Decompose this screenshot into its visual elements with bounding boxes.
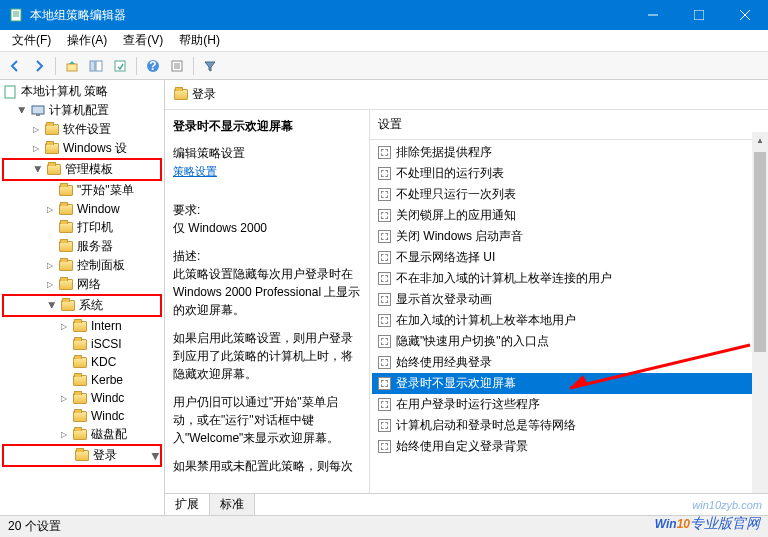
setting-item[interactable]: 不处理旧的运行列表 — [372, 163, 766, 184]
tree-label: 软件设置 — [63, 121, 111, 138]
setting-item[interactable]: 关闭锁屏上的应用通知 — [372, 205, 766, 226]
tree-item[interactable]: Kerbe — [2, 371, 162, 389]
tab-extended[interactable]: 扩展 — [165, 494, 210, 515]
setting-label: 排除凭据提供程序 — [396, 144, 492, 161]
setting-label: 不处理旧的运行列表 — [396, 165, 504, 182]
computer-icon — [30, 104, 46, 118]
tree-label: 网络 — [77, 276, 101, 293]
setting-item[interactable]: 计算机启动和登录时总是等待网络 — [372, 415, 766, 436]
tree-root[interactable]: 本地计算机 策略 — [2, 82, 162, 101]
tree-software-settings[interactable]: ▷ 软件设置 — [2, 120, 162, 139]
tree-label: Windc — [91, 391, 124, 405]
tree-label: 本地计算机 策略 — [21, 83, 108, 100]
tree-computer-config[interactable]: ⯆ 计算机配置 — [2, 101, 162, 120]
setting-label: 显示首次登录动画 — [396, 291, 492, 308]
show-hide-tree-button[interactable] — [85, 55, 107, 77]
tree-item[interactable]: iSCSI — [2, 335, 162, 353]
tree-item[interactable]: Windc — [2, 407, 162, 425]
chevron-right-icon[interactable]: ▷ — [30, 124, 42, 136]
chevron-right-icon[interactable]: ▷ — [58, 429, 70, 441]
setting-item[interactable]: 不处理只运行一次列表 — [372, 184, 766, 205]
tree-printers[interactable]: 打印机 — [2, 218, 162, 237]
tree-windows-components[interactable]: ▷ Window — [2, 200, 162, 218]
svg-rect-10 — [96, 61, 102, 71]
chevron-right-icon[interactable]: ▷ — [30, 143, 42, 155]
setting-item[interactable]: 隐藏"快速用户切换"的入口点 — [372, 331, 766, 352]
tab-standard[interactable]: 标准 — [210, 494, 255, 515]
menu-view[interactable]: 查看(V) — [115, 30, 171, 51]
toolbar: ? — [0, 52, 768, 80]
policy-icon — [376, 187, 392, 203]
setting-item[interactable]: 在用户登录时运行这些程序 — [372, 394, 766, 415]
policy-icon — [376, 208, 392, 224]
back-button[interactable] — [4, 55, 26, 77]
setting-item[interactable]: 不在非加入域的计算机上枚举连接的用户 — [372, 268, 766, 289]
filter-button[interactable] — [199, 55, 221, 77]
menu-help[interactable]: 帮助(H) — [171, 30, 228, 51]
tree-label: Windc — [91, 409, 124, 423]
requirements-value: 仅 Windows 2000 — [173, 219, 361, 237]
setting-item[interactable]: 始终使用经典登录 — [372, 352, 766, 373]
setting-item[interactable]: 不显示网络选择 UI — [372, 247, 766, 268]
policy-icon — [376, 229, 392, 245]
tree-item[interactable]: ▷ Windc — [2, 389, 162, 407]
tree-control-panel[interactable]: ▷ 控制面板 — [2, 256, 162, 275]
tree-panel[interactable]: 本地计算机 策略 ⯆ 计算机配置 ▷ 软件设置 ▷ Windows 设 ⯆ 管理… — [0, 80, 165, 515]
chevron-right-icon[interactable]: ▷ — [44, 203, 56, 215]
setting-item[interactable]: 关闭 Windows 启动声音 — [372, 226, 766, 247]
watermark: win10zyb.com — [692, 499, 762, 511]
tree-item[interactable]: KDC — [2, 353, 162, 371]
close-button[interactable] — [722, 0, 768, 30]
setting-item[interactable]: 始终使用自定义登录背景 — [372, 436, 766, 457]
tree-network[interactable]: ▷ 网络 — [2, 275, 162, 294]
chevron-right-icon[interactable]: ▷ — [44, 279, 56, 291]
chevron-down-icon[interactable]: ⯆ — [46, 300, 58, 312]
menu-action[interactable]: 操作(A) — [59, 30, 115, 51]
menu-file[interactable]: 文件(F) — [4, 30, 59, 51]
minimize-button[interactable] — [630, 0, 676, 30]
setting-item[interactable]: 登录时不显示欢迎屏幕 — [372, 373, 766, 394]
scrollbar-vertical[interactable]: ▲ — [752, 132, 768, 493]
svg-rect-18 — [5, 86, 15, 98]
settings-column-header[interactable]: 设置 — [370, 110, 768, 140]
tree-label: 登录 — [93, 447, 117, 464]
tree-label: 系统 — [79, 297, 103, 314]
forward-button[interactable] — [28, 55, 50, 77]
window-title: 本地组策略编辑器 — [30, 7, 630, 24]
tree-item[interactable]: ▷ 磁盘配 — [2, 425, 162, 444]
menubar: 文件(F) 操作(A) 查看(V) 帮助(H) — [0, 30, 768, 52]
folder-icon — [58, 184, 74, 198]
tree-start-menu[interactable]: "开始"菜单 — [2, 181, 162, 200]
svg-rect-19 — [32, 106, 44, 114]
scroll-up-icon[interactable]: ▲ — [752, 132, 768, 148]
setting-item[interactable]: 显示首次登录动画 — [372, 289, 766, 310]
policy-icon — [376, 250, 392, 266]
setting-item[interactable]: 在加入域的计算机上枚举本地用户 — [372, 310, 766, 331]
chevron-down-icon[interactable]: ⯆ — [16, 105, 28, 117]
scrollbar-thumb[interactable] — [754, 152, 766, 352]
tree-windows-settings[interactable]: ▷ Windows 设 — [2, 139, 162, 158]
tree-label: Kerbe — [91, 373, 123, 387]
properties-button[interactable] — [166, 55, 188, 77]
chevron-right-icon[interactable]: ▷ — [44, 260, 56, 272]
folder-icon — [72, 355, 88, 369]
description-text: 如果启用此策略设置，则用户登录到应用了此策略的计算机上时，将隐藏欢迎屏幕。 — [173, 329, 361, 383]
up-button[interactable] — [61, 55, 83, 77]
tree-login[interactable]: 登录 ⯆ — [2, 444, 162, 467]
chevron-right-icon[interactable]: ▷ — [58, 320, 70, 332]
maximize-button[interactable] — [676, 0, 722, 30]
settings-list[interactable]: 排除凭据提供程序不处理旧的运行列表不处理只运行一次列表关闭锁屏上的应用通知关闭 … — [370, 140, 768, 493]
chevron-down-icon[interactable]: ⯆ — [32, 164, 44, 176]
edit-policy-link[interactable]: 编辑策略设置 — [173, 146, 245, 160]
tree-label: KDC — [91, 355, 116, 369]
setting-item[interactable]: 排除凭据提供程序 — [372, 142, 766, 163]
tree-system[interactable]: ⯆ 系统 — [2, 294, 162, 317]
chevron-right-icon[interactable]: ▷ — [58, 392, 70, 404]
tree-admin-templates[interactable]: ⯆ 管理模板 — [2, 158, 162, 181]
policy-icon — [376, 292, 392, 308]
policy-settings-link[interactable]: 策略设置 — [173, 164, 217, 179]
help-button[interactable]: ? — [142, 55, 164, 77]
export-button[interactable] — [109, 55, 131, 77]
tree-item[interactable]: ▷ Intern — [2, 317, 162, 335]
tree-server[interactable]: 服务器 — [2, 237, 162, 256]
